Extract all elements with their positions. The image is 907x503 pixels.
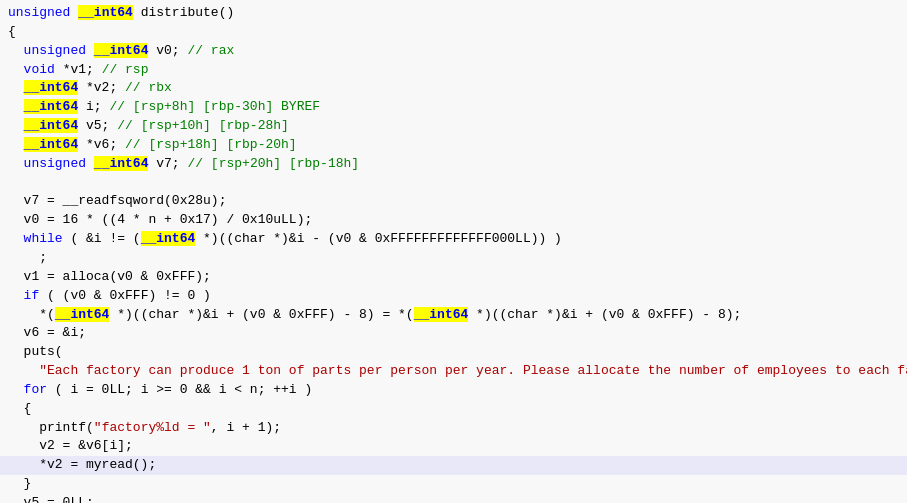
line-v6: __int64 *v6; // [rsp+18h] [rbp-20h]	[0, 136, 907, 155]
line-header: unsigned __int64 distribute()	[0, 4, 907, 23]
line-for1: for ( i = 0LL; i >= 0 && i < n; ++i )	[0, 381, 907, 400]
line-v2-assign: v2 = &v6[i];	[0, 437, 907, 456]
line-printf1: printf("factory%ld = ", i + 1);	[0, 419, 907, 438]
line-myread: *v2 = myread();	[0, 456, 907, 475]
line-readfs: v7 = __readfsqword(0x28u);	[0, 192, 907, 211]
line-v1: void *v1; // rsp	[0, 61, 907, 80]
line-for1-brace: {	[0, 400, 907, 419]
line-for1-close: }	[0, 475, 907, 494]
line-if: if ( (v0 & 0xFFF) != 0 )	[0, 287, 907, 306]
line-blank1	[0, 174, 907, 193]
line-brace-open: {	[0, 23, 907, 42]
line-v7: unsigned __int64 v7; // [rsp+20h] [rbp-1…	[0, 155, 907, 174]
line-v1-alloca: v1 = alloca(v0 & 0xFFF);	[0, 268, 907, 287]
line-v0: unsigned __int64 v0; // rax	[0, 42, 907, 61]
line-i: __int64 i; // [rsp+8h] [rbp-30h] BYREF	[0, 98, 907, 117]
code-view: unsigned __int64 distribute() { unsigned…	[0, 0, 907, 503]
line-puts: puts(	[0, 343, 907, 362]
line-v5: __int64 v5; // [rsp+10h] [rbp-28h]	[0, 117, 907, 136]
line-v2: __int64 *v2; // rbx	[0, 79, 907, 98]
line-cast-assign: *(__int64 *)((char *)&i + (v0 & 0xFFF) -…	[0, 306, 907, 325]
line-v6-assign: v6 = &i;	[0, 324, 907, 343]
line-v0-assign: v0 = 16 * ((4 * n + 0x17) / 0x10uLL);	[0, 211, 907, 230]
line-semicolon: ;	[0, 249, 907, 268]
line-while: while ( &i != (__int64 *)((char *)&i - (…	[0, 230, 907, 249]
line-puts-string: "Each factory can produce 1 ton of parts…	[0, 362, 907, 381]
line-v5-assign: v5 = 0LL;	[0, 494, 907, 503]
